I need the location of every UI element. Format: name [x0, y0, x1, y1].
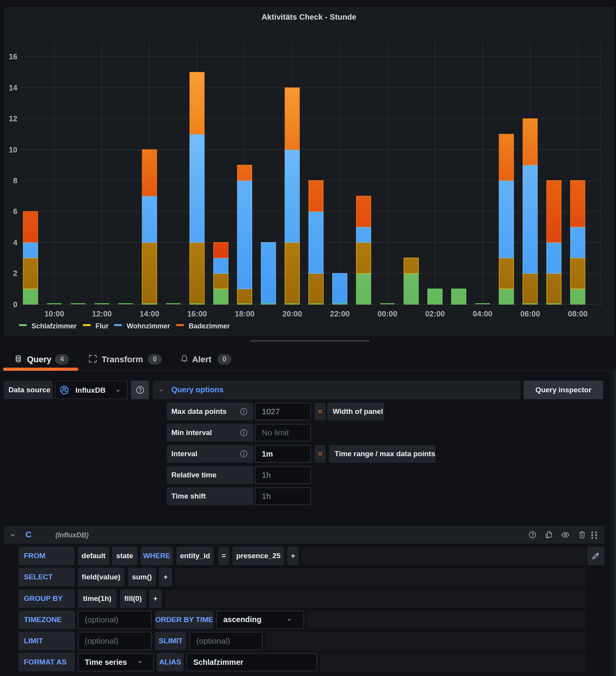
- svg-text:0: 0: [13, 300, 17, 309]
- svg-text:16:00: 16:00: [187, 310, 207, 318]
- svg-text:14: 14: [9, 84, 18, 92]
- svg-text:02:00: 02:00: [425, 310, 445, 318]
- svg-text:Schlafzimmer: Schlafzimmer: [32, 322, 77, 330]
- svg-text:Flur: Flur: [95, 322, 109, 330]
- svg-text:08:00: 08:00: [568, 310, 588, 318]
- svg-text:10:00: 10:00: [44, 310, 64, 318]
- svg-text:2: 2: [13, 269, 17, 278]
- svg-text:10: 10: [9, 146, 17, 154]
- svg-text:12: 12: [9, 114, 17, 123]
- svg-text:Badezimmer: Badezimmer: [189, 322, 230, 330]
- svg-text:06:00: 06:00: [520, 310, 540, 318]
- svg-text:20:00: 20:00: [282, 310, 302, 318]
- svg-text:12:00: 12:00: [92, 310, 112, 318]
- svg-text:16: 16: [9, 52, 17, 61]
- svg-text:Wohnzimmer: Wohnzimmer: [127, 322, 170, 330]
- svg-text:8: 8: [13, 176, 17, 185]
- svg-text:22:00: 22:00: [330, 310, 350, 318]
- svg-text:6: 6: [13, 207, 17, 216]
- svg-text:04:00: 04:00: [473, 310, 492, 318]
- svg-text:4: 4: [13, 238, 18, 247]
- svg-text:14:00: 14:00: [140, 310, 159, 318]
- svg-text:00:00: 00:00: [378, 310, 397, 318]
- svg-text:18:00: 18:00: [235, 310, 254, 318]
